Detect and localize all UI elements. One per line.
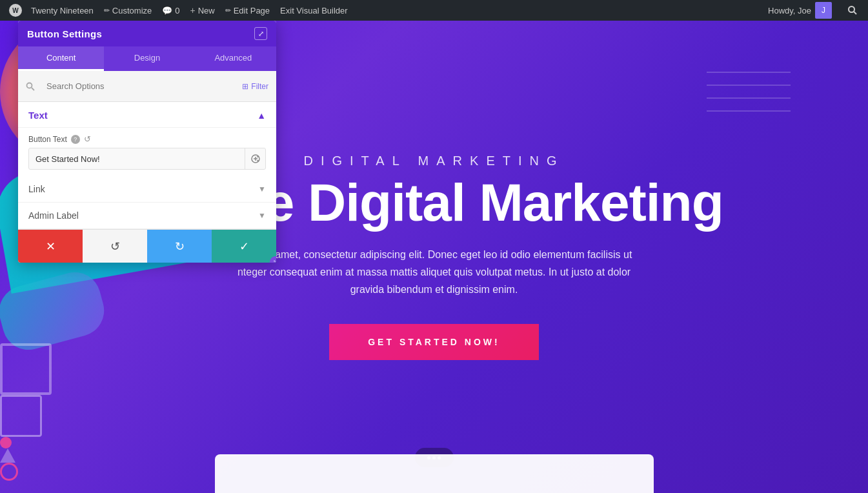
button-text-field: Button Text ? ↺ [18, 128, 276, 176]
settings-panel: Button Settings ⤢ Content Design Advance… [18, 21, 276, 263]
search-bar: ⊞ Filter [18, 71, 276, 102]
panel-expand-button[interactable]: ⤢ [254, 27, 267, 40]
tab-advanced[interactable]: Advanced [190, 46, 276, 71]
text-section-header[interactable]: Text ▲ [18, 102, 276, 128]
customize-link[interactable]: ✏ Customize [99, 0, 157, 21]
help-icon[interactable]: ? [71, 135, 80, 144]
site-name-text: Twenty Nineteen [31, 6, 94, 15]
panel-title: Button Settings [27, 28, 102, 39]
search-input[interactable] [40, 76, 237, 96]
wp-logo-icon: W [9, 4, 22, 17]
link-section[interactable]: Link ▼ [18, 176, 276, 203]
edit-page-link[interactable]: ✏ Edit Page [220, 0, 275, 21]
text-section-chevron: ▲ [257, 110, 266, 121]
panel-header: Button Settings ⤢ [18, 21, 276, 46]
svg-text:W: W [12, 7, 19, 14]
comments-link[interactable]: 💬 0 [157, 0, 185, 21]
panel-tabs: Content Design Advanced [18, 46, 276, 71]
link-section-title: Link [28, 184, 45, 194]
svg-line-3 [854, 12, 856, 14]
exit-builder-label: Exit Visual Builder [280, 6, 348, 15]
page-description: dolor sit amet, consectetur adipiscing e… [236, 246, 632, 299]
button-text-label: Button Text [28, 135, 67, 144]
reset-icon[interactable]: ↺ [84, 134, 91, 144]
tab-content[interactable]: Content [18, 46, 104, 71]
exit-builder-link[interactable]: Exit Visual Builder [275, 0, 353, 21]
bottom-section [215, 454, 654, 493]
svg-point-2 [849, 6, 854, 12]
cta-button[interactable]: GET STARTED NOW! [329, 324, 539, 360]
admin-label-section[interactable]: Admin Label ▼ [18, 203, 276, 229]
cancel-button[interactable]: ✕ [18, 230, 83, 263]
svg-line-9 [32, 88, 34, 90]
admin-search-button[interactable] [842, 0, 863, 21]
page-subtitle: DIGITAL MARKETING [303, 154, 564, 168]
admin-bar: W Twenty Nineteen ✏ Customize 💬 0 + New … [0, 0, 868, 21]
field-label-row: Button Text ? ↺ [28, 134, 266, 144]
panel-footer: ✕ ↺ ↻ ✓ [18, 229, 276, 263]
edit-page-label: Edit Page [234, 6, 270, 15]
new-link[interactable]: + New [185, 0, 220, 21]
filter-button[interactable]: ⊞ Filter [242, 82, 268, 91]
search-icon [26, 82, 35, 91]
tab-design[interactable]: Design [104, 46, 190, 71]
button-text-input-wrapper [28, 148, 266, 170]
text-section-title: Text [28, 110, 48, 121]
button-text-input[interactable] [29, 149, 245, 169]
wp-logo[interactable]: W [5, 0, 26, 21]
user-menu[interactable]: Howdy, Joe J [763, 2, 837, 19]
new-label: New [198, 6, 215, 15]
panel-body: Text ▲ Button Text ? ↺ [18, 102, 276, 229]
customize-label: Customize [112, 6, 152, 15]
undo-button[interactable]: ↺ [83, 230, 147, 263]
user-avatar: J [815, 2, 832, 19]
link-section-chevron: ▼ [258, 185, 266, 194]
dynamic-content-icon[interactable] [245, 148, 265, 169]
site-name-link[interactable]: Twenty Nineteen [26, 0, 99, 21]
admin-label-section-chevron: ▼ [258, 211, 266, 220]
redo-button[interactable]: ↻ [147, 230, 212, 263]
svg-point-8 [27, 83, 32, 88]
save-button[interactable]: ✓ [212, 230, 276, 263]
comments-count: 0 [175, 6, 179, 15]
howdy-text: Howdy, Joe [768, 6, 811, 15]
admin-label-section-title: Admin Label [28, 210, 79, 221]
